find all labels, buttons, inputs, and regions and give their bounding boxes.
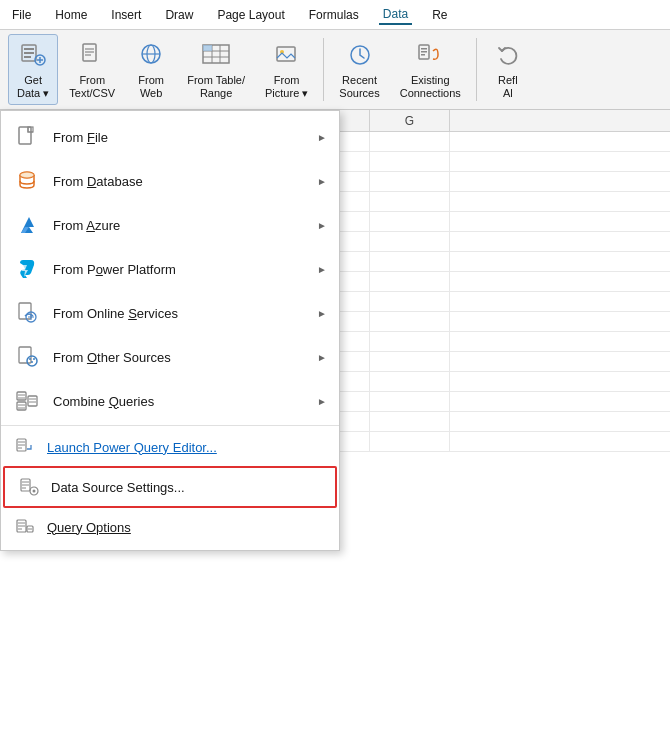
- from-file-chevron: ►: [317, 132, 327, 143]
- data-source-settings-icon: [17, 475, 41, 499]
- from-table-range-icon: [200, 39, 232, 71]
- query-options-label: Query Options: [47, 520, 131, 535]
- combine-queries-icon: [13, 387, 41, 415]
- existing-connections-label: ExistingConnections: [400, 74, 461, 100]
- from-file-icon: [13, 123, 41, 151]
- from-online-services-chevron: ►: [317, 308, 327, 319]
- from-web-icon: [135, 39, 167, 71]
- svg-rect-25: [421, 51, 427, 53]
- svg-point-39: [29, 358, 31, 360]
- svg-rect-2: [24, 52, 34, 54]
- cell-g2[interactable]: [370, 152, 450, 171]
- query-options-item[interactable]: Query Options: [1, 508, 339, 546]
- menu-divider-1: [1, 425, 339, 426]
- recent-sources-icon: [344, 39, 376, 71]
- menu-insert[interactable]: Insert: [107, 6, 145, 24]
- refresh-all-icon: [492, 39, 524, 71]
- launch-power-query-item[interactable]: Launch Power Query Editor...: [1, 428, 339, 466]
- get-data-dropdown: From File ► From Database ►: [0, 110, 340, 551]
- from-azure-chevron: ►: [317, 220, 327, 231]
- from-power-platform-label: From Power Platform: [53, 262, 305, 277]
- from-other-sources-chevron: ►: [317, 352, 327, 363]
- svg-point-30: [20, 172, 34, 178]
- ribbon-separator-1: [323, 38, 324, 101]
- from-table-range-label: From Table/Range: [187, 74, 245, 100]
- from-other-sources-item[interactable]: From Other Sources ►: [1, 335, 339, 379]
- menu-data[interactable]: Data: [379, 5, 412, 25]
- svg-rect-24: [421, 48, 427, 50]
- from-web-label: FromWeb: [138, 74, 164, 100]
- recent-sources-label: RecentSources: [339, 74, 379, 100]
- menu-formulas[interactable]: Formulas: [305, 6, 363, 24]
- from-database-chevron: ►: [317, 176, 327, 187]
- svg-rect-27: [19, 127, 31, 144]
- from-power-platform-icon: [13, 255, 41, 283]
- get-data-label: GetData ▾: [17, 74, 49, 100]
- combine-queries-item[interactable]: Combine Queries ►: [1, 379, 339, 423]
- svg-rect-26: [421, 54, 425, 56]
- col-header-g: G: [370, 110, 450, 131]
- from-online-services-label: From Online Services: [53, 306, 305, 321]
- from-file-label: From File: [53, 130, 305, 145]
- svg-point-40: [31, 361, 33, 363]
- cell-g1[interactable]: [370, 132, 450, 151]
- from-other-sources-icon: [13, 343, 41, 371]
- from-text-csv-button[interactable]: FromText/CSV: [60, 34, 124, 105]
- svg-rect-45: [17, 402, 26, 410]
- from-table-range-button[interactable]: From Table/Range: [178, 34, 254, 105]
- from-picture-label: FromPicture ▾: [265, 74, 308, 100]
- menu-draw[interactable]: Draw: [161, 6, 197, 24]
- refresh-all-button[interactable]: ReflAl: [483, 34, 533, 105]
- combine-queries-chevron: ►: [317, 396, 327, 407]
- query-options-icon: [13, 515, 37, 539]
- from-power-platform-chevron: ►: [317, 264, 327, 275]
- menu-review[interactable]: Re: [428, 6, 451, 24]
- svg-rect-3: [24, 56, 31, 58]
- svg-rect-48: [28, 396, 37, 406]
- from-text-csv-label: FromText/CSV: [69, 74, 115, 100]
- refresh-all-label: ReflAl: [498, 74, 518, 100]
- menu-page-layout[interactable]: Page Layout: [213, 6, 288, 24]
- combine-queries-label: Combine Queries: [53, 394, 305, 409]
- from-database-label: From Database: [53, 174, 305, 189]
- ribbon: GetData ▾ FromText/CSV FromWeb: [0, 30, 670, 110]
- from-web-button[interactable]: FromWeb: [126, 34, 176, 105]
- dropdown-overlay: From File ► From Database ►: [0, 110, 340, 551]
- svg-rect-37: [19, 347, 31, 363]
- svg-rect-20: [277, 47, 295, 61]
- from-text-csv-icon: [76, 39, 108, 71]
- launch-power-query-icon: [13, 435, 37, 459]
- menu-bar: File Home Insert Draw Page Layout Formul…: [0, 0, 670, 30]
- get-data-button[interactable]: GetData ▾: [8, 34, 58, 105]
- svg-point-60: [33, 490, 36, 493]
- from-picture-button[interactable]: FromPicture ▾: [256, 34, 317, 105]
- from-other-sources-label: From Other Sources: [53, 350, 305, 365]
- from-database-icon: [13, 167, 41, 195]
- svg-rect-1: [24, 48, 34, 50]
- from-picture-icon: [271, 39, 303, 71]
- svg-point-41: [33, 358, 35, 360]
- existing-connections-button[interactable]: ExistingConnections: [391, 34, 470, 105]
- from-azure-icon: [13, 211, 41, 239]
- from-database-item[interactable]: From Database ►: [1, 159, 339, 203]
- from-azure-label: From Azure: [53, 218, 305, 233]
- from-file-item[interactable]: From File ►: [1, 115, 339, 159]
- get-data-icon: [17, 39, 49, 71]
- menu-home[interactable]: Home: [51, 6, 91, 24]
- ribbon-separator-2: [476, 38, 477, 101]
- svg-rect-42: [17, 392, 26, 400]
- menu-file[interactable]: File: [8, 6, 35, 24]
- launch-power-query-label: Launch Power Query Editor...: [47, 440, 217, 455]
- from-power-platform-item[interactable]: From Power Platform ►: [1, 247, 339, 291]
- from-azure-item[interactable]: From Azure ►: [1, 203, 339, 247]
- data-source-settings-label: Data Source Settings...: [51, 480, 185, 495]
- existing-connections-icon: [414, 39, 446, 71]
- recent-sources-button[interactable]: RecentSources: [330, 34, 388, 105]
- svg-rect-18: [203, 45, 212, 51]
- from-online-services-icon: [13, 299, 41, 327]
- data-source-settings-item[interactable]: Data Source Settings...: [3, 466, 337, 508]
- from-online-services-item[interactable]: From Online Services ►: [1, 291, 339, 335]
